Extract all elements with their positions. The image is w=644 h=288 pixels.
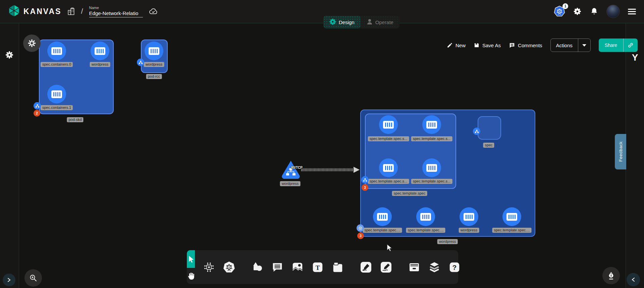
container-node[interactable] — [47, 85, 66, 103]
right-rail: Y — [626, 23, 644, 288]
pod-badge-icon[interactable] — [34, 102, 41, 110]
copy-link-button[interactable] — [623, 39, 638, 52]
canvas-toolbar: T — [187, 250, 458, 284]
kubernetes-context-button[interactable]: 1 — [554, 6, 565, 17]
save-as-button[interactable]: Save As — [474, 42, 501, 48]
pan-tool[interactable] — [187, 268, 195, 284]
hamburger-menu-icon[interactable] — [628, 9, 636, 14]
image-tool[interactable] — [290, 260, 305, 275]
cloud-sync-icon[interactable] — [148, 7, 158, 16]
archive-tool[interactable] — [407, 260, 422, 275]
kubernetes-wheel-icon — [222, 261, 236, 274]
container-node[interactable] — [47, 42, 66, 60]
container-node[interactable] — [373, 207, 392, 226]
share-button[interactable]: Share — [599, 39, 623, 52]
pod-badge-icon[interactable] — [361, 176, 369, 184]
layers-icon — [427, 261, 441, 274]
container-node[interactable] — [379, 158, 398, 177]
comments-button[interactable]: Comments — [509, 42, 542, 49]
pod-badge-icon[interactable] — [137, 59, 144, 66]
container-icon — [377, 213, 388, 221]
node-label: spec.template.spec.s... — [411, 136, 452, 141]
group-label: wordpress — [437, 239, 458, 244]
layers-tool[interactable] — [427, 260, 442, 275]
cluster-flower-button[interactable] — [23, 34, 41, 52]
component-tool[interactable] — [202, 260, 216, 275]
help-tool[interactable]: ? — [447, 260, 462, 275]
container-node[interactable] — [91, 42, 109, 60]
kanvas-logo[interactable]: KANVAS — [8, 4, 61, 19]
shapes-icon — [251, 261, 264, 274]
text-icon: T — [311, 261, 324, 274]
container-node[interactable] — [502, 207, 521, 226]
pencil-tool[interactable] — [379, 260, 393, 275]
container-icon — [51, 47, 62, 55]
design-name-field[interactable]: Name Edge-Network-Relatio — [89, 6, 143, 17]
error-count-badge[interactable]: 2 — [34, 110, 40, 117]
frame-tool[interactable] — [330, 260, 345, 275]
comment-tool[interactable] — [270, 260, 285, 275]
magnifier-plus-icon — [29, 274, 37, 282]
group-label: pod-skd — [67, 117, 83, 122]
pen-nib-icon — [607, 271, 615, 280]
pod-badge-icon[interactable] — [473, 128, 480, 135]
chevron-right-icon — [7, 278, 11, 282]
node-label: spec.template.spec.s... — [368, 179, 409, 184]
shapes-tool[interactable] — [250, 260, 265, 275]
zoom-button[interactable] — [24, 269, 42, 287]
container-node[interactable] — [422, 158, 441, 177]
error-count-badge[interactable]: 3 — [357, 232, 364, 239]
node-label: spec.containers.0 — [41, 62, 73, 67]
right-dock-handle[interactable]: Y — [632, 52, 638, 63]
container-node[interactable] — [379, 115, 398, 134]
tab-design[interactable]: Design — [323, 16, 361, 28]
container-node[interactable] — [460, 207, 478, 226]
container-icon — [95, 47, 105, 55]
container-icon — [464, 213, 474, 221]
context-count-badge: 1 — [562, 3, 568, 9]
template-spec-group[interactable] — [365, 114, 456, 189]
node-label: spec.template.spec.s... — [368, 136, 409, 141]
node-label: spec.template.spec.... — [406, 228, 445, 233]
node-label: wordpress — [90, 62, 110, 67]
chevron-left-icon — [631, 277, 635, 282]
container-node[interactable] — [422, 115, 441, 134]
container-node[interactable] — [416, 207, 435, 226]
expand-left-panel-button[interactable] — [3, 274, 15, 286]
mode-tabbar: Design Operate — [323, 16, 399, 28]
group-label: pod-rcc — [146, 74, 162, 79]
deployment-badge-icon[interactable] — [357, 224, 364, 232]
text-tool[interactable]: T — [310, 260, 325, 275]
new-button[interactable]: New — [447, 42, 466, 48]
workspace-building-icon[interactable] — [67, 7, 75, 16]
error-count-badge[interactable]: 3 — [362, 184, 368, 191]
node-label: wordpress — [144, 62, 164, 67]
spec-node[interactable] — [478, 116, 501, 140]
container-node[interactable] — [145, 42, 163, 60]
caret-down-icon — [582, 44, 586, 47]
feedback-tab[interactable]: Feedback — [615, 134, 626, 169]
node-label: spec.template.spec.... — [492, 228, 532, 233]
notifications-bell-icon[interactable] — [590, 7, 598, 16]
node-label: wordpress — [459, 228, 479, 233]
service-node-wordpress[interactable] — [280, 159, 301, 182]
tab-operate[interactable]: Operate — [361, 16, 399, 28]
drawer-icon — [408, 261, 421, 274]
user-avatar[interactable] — [606, 5, 620, 18]
collapse-right-panel-button[interactable] — [627, 273, 640, 286]
container-icon — [426, 164, 437, 172]
settings-gear-icon[interactable] — [573, 7, 582, 16]
meshery-spiral-icon[interactable] — [5, 51, 13, 60]
kubernetes-tool[interactable] — [222, 260, 236, 275]
pen-tool[interactable] — [359, 260, 373, 275]
actions-dropdown-button[interactable] — [578, 39, 590, 52]
annotate-pen-button[interactable] — [602, 267, 620, 284]
container-icon — [149, 47, 159, 55]
comment-icon — [509, 42, 515, 49]
actions-label: Actions — [556, 43, 573, 48]
design-name-input[interactable]: Edge-Network-Relatio — [89, 10, 143, 17]
image-icon — [291, 261, 304, 274]
actions-button[interactable]: Actions — [551, 39, 578, 52]
comment-bubble-icon — [271, 261, 284, 274]
select-tool[interactable] — [187, 250, 195, 268]
